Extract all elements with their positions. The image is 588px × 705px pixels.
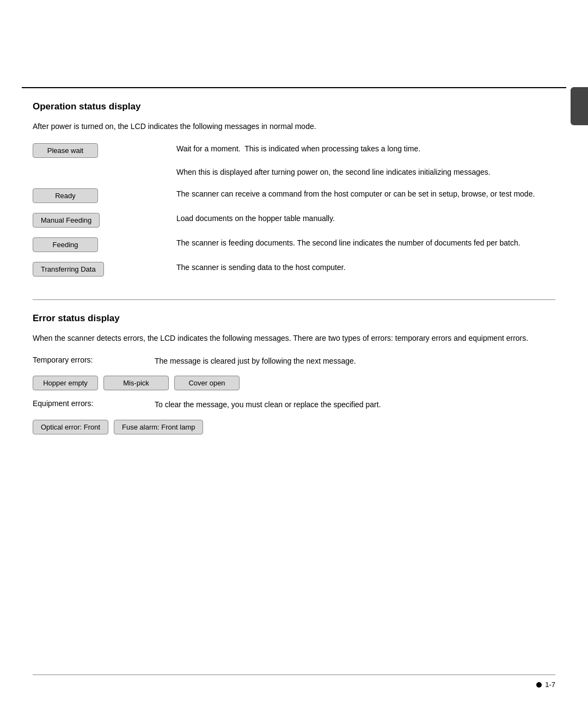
status-desc-please-wait: Wait for a moment. This is indicated whe… [163, 143, 555, 179]
temporary-error-boxes: Hopper empty Mis-pick Cover open [33, 376, 555, 390]
status-box-please-wait: Please wait [33, 143, 98, 158]
status-label-col-please-wait: Please wait [33, 143, 163, 158]
status-desc-feeding: The scanner is feeding documents. The se… [163, 237, 555, 249]
operation-intro: After power is turned on, the LCD indica… [33, 121, 555, 132]
error-box-cover-open: Cover open [174, 376, 240, 390]
status-desc-ready: The scanner can receive a command from t… [163, 188, 555, 200]
status-row-manual-feeding: Manual Feeding Load documents on the hop… [33, 213, 555, 228]
error-row-equipment: Equipment errors: To clear the message, … [33, 399, 555, 411]
page-number-text: 1-7 [545, 681, 555, 689]
status-label-col-ready: Ready [33, 188, 163, 203]
bottom-rule [33, 675, 555, 675]
top-spacer [0, 0, 588, 87]
status-label-col-transferring: Transferring Data [33, 262, 163, 277]
error-section: Error status display When the scanner de… [0, 313, 588, 459]
error-box-hopper-empty: Hopper empty [33, 376, 98, 390]
status-row-please-wait: Please wait Wait for a moment. This is i… [33, 143, 555, 179]
error-heading: Error status display [33, 313, 555, 324]
status-box-ready: Ready [33, 188, 98, 203]
equipment-error-boxes: Optical error: Front Fuse alarm: Front l… [33, 420, 555, 434]
status-desc-transferring: The scanner is sending data to the host … [163, 262, 555, 274]
status-desc-manual-feeding: Load documents on the hopper table manua… [163, 213, 555, 225]
section-divider [33, 299, 555, 300]
page-number: 1-7 [33, 681, 555, 689]
status-box-transferring: Transferring Data [33, 262, 104, 277]
page-bullet [536, 682, 542, 688]
right-tab [571, 87, 588, 125]
error-label-temporary: Temporary errors: [33, 355, 142, 364]
error-desc-temporary: The message is cleared just by following… [142, 355, 555, 367]
error-label-equipment: Equipment errors: [33, 399, 142, 408]
operation-heading: Operation status display [33, 101, 555, 112]
status-row-feeding: Feeding The scanner is feeding documents… [33, 237, 555, 252]
error-box-fuse-alarm: Fuse alarm: Front lamp [114, 420, 203, 434]
status-row-transferring: Transferring Data The scanner is sending… [33, 262, 555, 277]
error-row-temporary: Temporary errors: The message is cleared… [33, 355, 555, 367]
status-label-col-manual-feeding: Manual Feeding [33, 213, 163, 228]
error-box-optical-front: Optical error: Front [33, 420, 108, 434]
error-desc-equipment: To clear the message, you must clean or … [142, 399, 555, 411]
page-wrapper: Operation status display After power is … [0, 0, 588, 705]
status-box-manual-feeding: Manual Feeding [33, 213, 100, 228]
status-label-col-feeding: Feeding [33, 237, 163, 252]
operation-section: Operation status display After power is … [0, 88, 588, 299]
bottom-area: 1-7 [0, 675, 588, 689]
status-row-ready: Ready The scanner can receive a command … [33, 188, 555, 203]
error-box-mis-pick: Mis-pick [103, 376, 169, 390]
error-intro: When the scanner detects errors, the LCD… [33, 333, 555, 345]
status-box-feeding: Feeding [33, 237, 98, 252]
